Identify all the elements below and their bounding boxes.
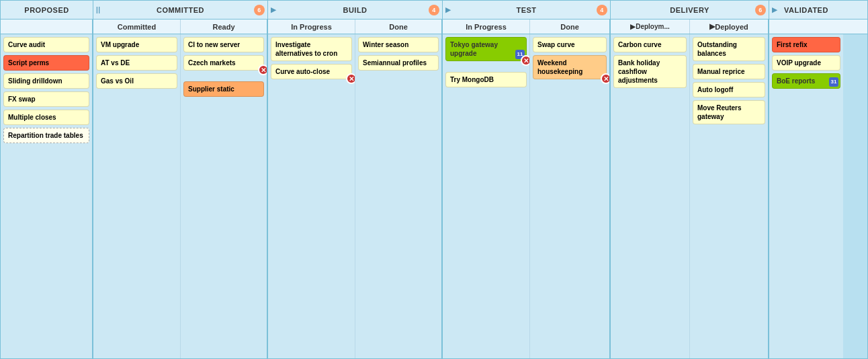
list-item[interactable]: First refix bbox=[772, 37, 840, 52]
list-item[interactable]: Tokyo gateway upgrade 11 ✕ bbox=[445, 37, 527, 61]
list-item[interactable]: Carbon curve bbox=[613, 37, 687, 52]
list-item[interactable]: Move Reuters gateway bbox=[693, 100, 765, 124]
card-title: First refix bbox=[777, 40, 836, 49]
phase-delivery-label: DELIVERY bbox=[670, 6, 709, 14]
col-header-validated bbox=[769, 19, 843, 34]
col-header-test-done: Done bbox=[530, 19, 611, 34]
card-title: AT vs DE bbox=[101, 58, 173, 67]
card-title: Multiple closes bbox=[8, 113, 85, 122]
card-title: Swap curve bbox=[537, 40, 602, 49]
card-title: Curve auto-close bbox=[275, 67, 347, 76]
phase-build: ▶ BUILD 4 bbox=[268, 1, 443, 19]
list-item[interactable]: Auto logoff bbox=[693, 82, 765, 97]
list-item[interactable]: VOIP upgrade bbox=[772, 55, 840, 71]
card-title: Repartition trade tables bbox=[8, 131, 85, 140]
card-title: Sliding drilldown bbox=[8, 77, 85, 85]
phase-validated-label: VALIDATED bbox=[784, 6, 828, 14]
card-title: FX swap bbox=[8, 95, 85, 104]
card-title: Bank holiday cashflow adjustments bbox=[618, 58, 682, 85]
list-item[interactable]: Curve audit bbox=[3, 37, 89, 52]
list-item[interactable]: Manual reprice bbox=[693, 64, 765, 79]
list-item[interactable]: BoE reports 31 bbox=[772, 73, 840, 89]
card-title: Czech markets bbox=[188, 58, 259, 67]
committed-pause-icon: || bbox=[96, 6, 101, 13]
test-arrow-icon: ▶ bbox=[445, 6, 451, 13]
list-item[interactable]: Sliding drilldown bbox=[3, 73, 89, 89]
col-header-deploy: ▶ Deploym... bbox=[611, 19, 690, 34]
col-committed: VM upgrade AT vs DE Gas vs Oil bbox=[93, 34, 181, 358]
content-area: Curve audit Script perms Sliding drilldo… bbox=[1, 34, 867, 358]
list-item[interactable]: Multiple closes bbox=[3, 110, 89, 125]
delete-button[interactable]: ✕ bbox=[346, 73, 355, 84]
phase-header-row: PROPOSED || COMMITTED 6 ▶ BUILD 4 ▶ TEST… bbox=[1, 1, 867, 19]
calendar-badge: 31 bbox=[829, 77, 838, 87]
phase-proposed-label: PROPOSED bbox=[24, 6, 69, 14]
col-build-inprogress: Investigate alternatives to cron Curve a… bbox=[268, 34, 355, 358]
list-item[interactable]: Supplier static bbox=[183, 81, 264, 97]
card-title: CI to new server bbox=[188, 40, 259, 49]
phase-validated: ▶ VALIDATED bbox=[769, 1, 843, 19]
card-title: Curve audit bbox=[8, 40, 85, 49]
list-item[interactable]: Script perms bbox=[3, 55, 89, 71]
phase-test-label: TEST bbox=[516, 6, 536, 14]
card-title: Script perms bbox=[8, 58, 85, 67]
col-header-test-ip: In Progress bbox=[443, 19, 530, 34]
list-item[interactable]: Bank holiday cashflow adjustments bbox=[613, 55, 687, 88]
col-ready: CI to new server Czech markets ✕ Supplie… bbox=[181, 34, 268, 358]
card-title: BoE reports bbox=[777, 77, 836, 85]
list-item[interactable]: FX swap bbox=[3, 91, 89, 107]
build-badge: 4 bbox=[429, 5, 439, 15]
card-title: Move Reuters gateway bbox=[697, 104, 761, 121]
list-item[interactable]: Winter season bbox=[358, 37, 439, 52]
phase-proposed: PROPOSED bbox=[1, 1, 93, 19]
col-header-proposed bbox=[1, 19, 93, 34]
phase-build-label: BUILD bbox=[343, 6, 367, 14]
list-item[interactable]: Czech markets ✕ bbox=[183, 55, 264, 71]
delivery-badge: 6 bbox=[755, 5, 766, 15]
card-title: Outstanding balances bbox=[697, 40, 761, 58]
card-title: Weekend housekeeping bbox=[537, 58, 602, 76]
phase-delivery: DELIVERY 6 bbox=[611, 1, 769, 19]
validated-arrow-icon: ▶ bbox=[772, 6, 778, 13]
card-title: Supplier static bbox=[188, 85, 259, 93]
delete-button[interactable]: ✕ bbox=[601, 73, 611, 84]
list-item[interactable]: Weekend housekeeping ✕ bbox=[533, 55, 607, 79]
col-build-done: Winter season Semiannual profiles bbox=[355, 34, 443, 358]
phase-test: ▶ TEST 4 bbox=[443, 1, 611, 19]
kanban-board: PROPOSED || COMMITTED 6 ▶ BUILD 4 ▶ TEST… bbox=[0, 0, 868, 359]
list-item[interactable]: Curve auto-close ✕ bbox=[271, 64, 352, 79]
test-badge: 4 bbox=[597, 5, 607, 15]
list-item[interactable]: CI to new server bbox=[183, 37, 264, 52]
card-title: Semiannual profiles bbox=[363, 58, 434, 67]
phase-committed: || COMMITTED 6 bbox=[93, 1, 268, 19]
list-item[interactable]: Repartition trade tables bbox=[3, 128, 89, 143]
col-header-committed: Committed bbox=[93, 19, 181, 34]
list-item[interactable]: Try MongoDB bbox=[445, 72, 527, 87]
col-test-done: Swap curve Weekend housekeeping ✕ bbox=[530, 34, 611, 358]
delete-button[interactable]: ✕ bbox=[521, 55, 530, 66]
card-title: Manual reprice bbox=[697, 67, 761, 76]
list-item[interactable]: VM upgrade bbox=[96, 37, 177, 52]
list-item[interactable]: AT vs DE bbox=[96, 55, 177, 71]
build-arrow-icon: ▶ bbox=[271, 6, 277, 13]
col-test-inprogress: Tokyo gateway upgrade 11 ✕ Try MongoDB bbox=[443, 34, 530, 358]
col-validated: First refix VOIP upgrade BoE reports 31 bbox=[769, 34, 843, 358]
list-item[interactable]: Semiannual profiles bbox=[358, 55, 439, 71]
card-title: Carbon curve bbox=[618, 40, 682, 49]
card-title: Try MongoDB bbox=[450, 75, 522, 84]
list-item[interactable]: Investigate alternatives to cron bbox=[271, 37, 352, 61]
list-item[interactable]: Outstanding balances bbox=[693, 37, 765, 61]
list-item[interactable]: Swap curve bbox=[533, 37, 607, 52]
col-header-build-ip: In Progress bbox=[268, 19, 355, 34]
column-header-row: Committed Ready In Progress Done In Prog… bbox=[1, 19, 867, 34]
list-item[interactable]: Gas vs Oil bbox=[96, 73, 177, 89]
col-header-ready: Ready bbox=[181, 19, 268, 34]
card-title: VOIP upgrade bbox=[777, 58, 836, 67]
col-header-build-done: Done bbox=[355, 19, 443, 34]
card-title: Investigate alternatives to cron bbox=[275, 40, 347, 58]
col-deployed: Outstanding balances Manual reprice Auto… bbox=[690, 34, 769, 358]
col-proposed: Curve audit Script perms Sliding drilldo… bbox=[1, 34, 93, 358]
delete-button[interactable]: ✕ bbox=[258, 65, 268, 75]
committed-badge: 6 bbox=[254, 5, 265, 15]
col-header-deployed: ▶ Deployed bbox=[690, 19, 769, 34]
